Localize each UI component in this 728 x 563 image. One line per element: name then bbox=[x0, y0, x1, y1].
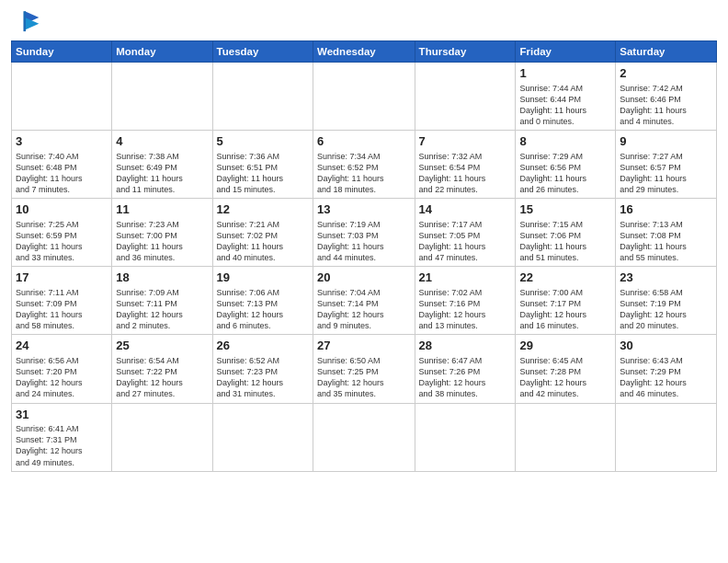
day-number: 6 bbox=[317, 133, 411, 150]
day-info: Sunrise: 7:29 AM Sunset: 6:56 PM Dayligh… bbox=[519, 151, 611, 196]
calendar-cell-5-1: 24Sunrise: 6:56 AM Sunset: 7:20 PM Dayli… bbox=[12, 335, 112, 403]
day-info: Sunrise: 7:15 AM Sunset: 7:06 PM Dayligh… bbox=[519, 219, 611, 264]
day-info: Sunrise: 6:58 AM Sunset: 7:19 PM Dayligh… bbox=[620, 287, 712, 332]
calendar-cell-2-6: 8Sunrise: 7:29 AM Sunset: 6:56 PM Daylig… bbox=[516, 131, 616, 199]
week-row-4: 17Sunrise: 7:11 AM Sunset: 7:09 PM Dayli… bbox=[12, 267, 717, 335]
week-row-6: 31Sunrise: 6:41 AM Sunset: 7:31 PM Dayli… bbox=[12, 403, 717, 471]
calendar-cell-4-1: 17Sunrise: 7:11 AM Sunset: 7:09 PM Dayli… bbox=[12, 267, 112, 335]
logo bbox=[11, 9, 44, 35]
day-info: Sunrise: 6:43 AM Sunset: 7:29 PM Dayligh… bbox=[620, 355, 712, 400]
calendar-cell-4-6: 22Sunrise: 7:00 AM Sunset: 7:17 PM Dayli… bbox=[516, 267, 616, 335]
calendar-cell-4-7: 23Sunrise: 6:58 AM Sunset: 7:19 PM Dayli… bbox=[616, 267, 717, 335]
calendar-cell-4-4: 20Sunrise: 7:04 AM Sunset: 7:14 PM Dayli… bbox=[313, 267, 415, 335]
calendar-cell-2-5: 7Sunrise: 7:32 AM Sunset: 6:54 PM Daylig… bbox=[415, 131, 516, 199]
weekday-tuesday: Tuesday bbox=[212, 41, 313, 63]
day-number: 20 bbox=[317, 270, 411, 286]
day-number: 16 bbox=[620, 201, 712, 218]
calendar-cell-3-6: 15Sunrise: 7:15 AM Sunset: 7:06 PM Dayli… bbox=[516, 199, 616, 267]
day-number: 11 bbox=[116, 201, 208, 218]
day-number: 31 bbox=[16, 407, 108, 423]
calendar-cell-3-1: 10Sunrise: 7:25 AM Sunset: 6:59 PM Dayli… bbox=[12, 199, 112, 267]
day-number: 28 bbox=[419, 338, 512, 354]
day-number: 19 bbox=[217, 270, 309, 286]
day-info: Sunrise: 7:27 AM Sunset: 6:57 PM Dayligh… bbox=[620, 151, 712, 196]
day-number: 10 bbox=[16, 201, 108, 218]
calendar-cell-1-7: 2Sunrise: 7:42 AM Sunset: 6:46 PM Daylig… bbox=[616, 63, 717, 131]
calendar-table: SundayMondayTuesdayWednesdayThursdayFrid… bbox=[11, 40, 717, 472]
page: SundayMondayTuesdayWednesdayThursdayFrid… bbox=[0, 0, 728, 481]
calendar-cell-5-2: 25Sunrise: 6:54 AM Sunset: 7:22 PM Dayli… bbox=[112, 335, 212, 403]
day-info: Sunrise: 7:21 AM Sunset: 7:02 PM Dayligh… bbox=[217, 219, 309, 264]
day-number: 3 bbox=[16, 133, 108, 150]
day-info: Sunrise: 7:38 AM Sunset: 6:49 PM Dayligh… bbox=[116, 151, 208, 196]
svg-rect-2 bbox=[23, 11, 26, 31]
calendar-cell-5-6: 29Sunrise: 6:45 AM Sunset: 7:28 PM Dayli… bbox=[516, 335, 616, 403]
day-number: 4 bbox=[116, 133, 208, 150]
weekday-wednesday: Wednesday bbox=[313, 41, 415, 63]
week-row-3: 10Sunrise: 7:25 AM Sunset: 6:59 PM Dayli… bbox=[12, 199, 717, 267]
day-info: Sunrise: 7:04 AM Sunset: 7:14 PM Dayligh… bbox=[317, 287, 411, 332]
day-info: Sunrise: 7:34 AM Sunset: 6:52 PM Dayligh… bbox=[317, 151, 411, 196]
day-info: Sunrise: 7:17 AM Sunset: 7:05 PM Dayligh… bbox=[419, 219, 512, 264]
day-number: 25 bbox=[116, 338, 208, 354]
day-info: Sunrise: 6:52 AM Sunset: 7:23 PM Dayligh… bbox=[217, 355, 309, 400]
day-number: 26 bbox=[217, 338, 309, 354]
week-row-5: 24Sunrise: 6:56 AM Sunset: 7:20 PM Dayli… bbox=[12, 335, 717, 403]
day-number: 30 bbox=[620, 338, 712, 354]
day-number: 22 bbox=[519, 270, 611, 286]
day-number: 1 bbox=[519, 65, 611, 82]
day-info: Sunrise: 7:19 AM Sunset: 7:03 PM Dayligh… bbox=[317, 219, 411, 264]
calendar-cell-6-2 bbox=[112, 403, 212, 471]
calendar-cell-3-4: 13Sunrise: 7:19 AM Sunset: 7:03 PM Dayli… bbox=[313, 199, 415, 267]
day-info: Sunrise: 6:54 AM Sunset: 7:22 PM Dayligh… bbox=[116, 355, 208, 400]
calendar-cell-2-4: 6Sunrise: 7:34 AM Sunset: 6:52 PM Daylig… bbox=[313, 131, 415, 199]
day-info: Sunrise: 7:32 AM Sunset: 6:54 PM Dayligh… bbox=[419, 151, 512, 196]
weekday-thursday: Thursday bbox=[415, 41, 516, 63]
day-info: Sunrise: 6:45 AM Sunset: 7:28 PM Dayligh… bbox=[519, 355, 611, 400]
calendar-cell-3-3: 12Sunrise: 7:21 AM Sunset: 7:02 PM Dayli… bbox=[212, 199, 313, 267]
day-info: Sunrise: 7:06 AM Sunset: 7:13 PM Dayligh… bbox=[217, 287, 309, 332]
day-info: Sunrise: 7:00 AM Sunset: 7:17 PM Dayligh… bbox=[519, 287, 611, 332]
day-number: 12 bbox=[217, 201, 309, 218]
calendar-cell-4-2: 18Sunrise: 7:09 AM Sunset: 7:11 PM Dayli… bbox=[112, 267, 212, 335]
calendar-cell-6-5 bbox=[415, 403, 516, 471]
day-info: Sunrise: 6:41 AM Sunset: 7:31 PM Dayligh… bbox=[16, 423, 108, 468]
calendar-cell-1-1 bbox=[12, 63, 112, 131]
day-info: Sunrise: 6:47 AM Sunset: 7:26 PM Dayligh… bbox=[419, 355, 512, 400]
calendar-cell-1-5 bbox=[415, 63, 516, 131]
day-info: Sunrise: 7:40 AM Sunset: 6:48 PM Dayligh… bbox=[16, 151, 108, 196]
day-number: 29 bbox=[519, 338, 611, 354]
day-info: Sunrise: 7:42 AM Sunset: 6:46 PM Dayligh… bbox=[620, 83, 712, 128]
weekday-sunday: Sunday bbox=[12, 41, 112, 63]
day-info: Sunrise: 6:56 AM Sunset: 7:20 PM Dayligh… bbox=[16, 355, 108, 400]
day-number: 27 bbox=[317, 338, 411, 354]
day-number: 9 bbox=[620, 133, 712, 150]
day-number: 24 bbox=[16, 338, 108, 354]
calendar-cell-6-4 bbox=[313, 403, 415, 471]
header bbox=[11, 9, 717, 35]
day-number: 17 bbox=[16, 270, 108, 286]
day-number: 13 bbox=[317, 201, 411, 218]
calendar-cell-5-5: 28Sunrise: 6:47 AM Sunset: 7:26 PM Dayli… bbox=[415, 335, 516, 403]
day-info: Sunrise: 7:25 AM Sunset: 6:59 PM Dayligh… bbox=[16, 219, 108, 264]
day-info: Sunrise: 6:50 AM Sunset: 7:25 PM Dayligh… bbox=[317, 355, 411, 400]
day-number: 18 bbox=[116, 270, 208, 286]
calendar-cell-5-3: 26Sunrise: 6:52 AM Sunset: 7:23 PM Dayli… bbox=[212, 335, 313, 403]
day-info: Sunrise: 7:23 AM Sunset: 7:00 PM Dayligh… bbox=[116, 219, 208, 264]
day-number: 23 bbox=[620, 270, 712, 286]
calendar-cell-6-7 bbox=[616, 403, 717, 471]
calendar-cell-3-7: 16Sunrise: 7:13 AM Sunset: 7:08 PM Dayli… bbox=[616, 199, 717, 267]
calendar-cell-4-5: 21Sunrise: 7:02 AM Sunset: 7:16 PM Dayli… bbox=[415, 267, 516, 335]
calendar-cell-1-2 bbox=[112, 63, 212, 131]
week-row-2: 3Sunrise: 7:40 AM Sunset: 6:48 PM Daylig… bbox=[12, 131, 717, 199]
weekday-header-row: SundayMondayTuesdayWednesdayThursdayFrid… bbox=[12, 41, 717, 63]
calendar-cell-3-2: 11Sunrise: 7:23 AM Sunset: 7:00 PM Dayli… bbox=[112, 199, 212, 267]
day-number: 7 bbox=[419, 133, 512, 150]
calendar-cell-3-5: 14Sunrise: 7:17 AM Sunset: 7:05 PM Dayli… bbox=[415, 199, 516, 267]
day-info: Sunrise: 7:44 AM Sunset: 6:44 PM Dayligh… bbox=[519, 83, 611, 128]
weekday-friday: Friday bbox=[516, 41, 616, 63]
calendar-cell-2-7: 9Sunrise: 7:27 AM Sunset: 6:57 PM Daylig… bbox=[616, 131, 717, 199]
day-info: Sunrise: 7:13 AM Sunset: 7:08 PM Dayligh… bbox=[620, 219, 712, 264]
weekday-saturday: Saturday bbox=[616, 41, 717, 63]
calendar-cell-2-2: 4Sunrise: 7:38 AM Sunset: 6:49 PM Daylig… bbox=[112, 131, 212, 199]
